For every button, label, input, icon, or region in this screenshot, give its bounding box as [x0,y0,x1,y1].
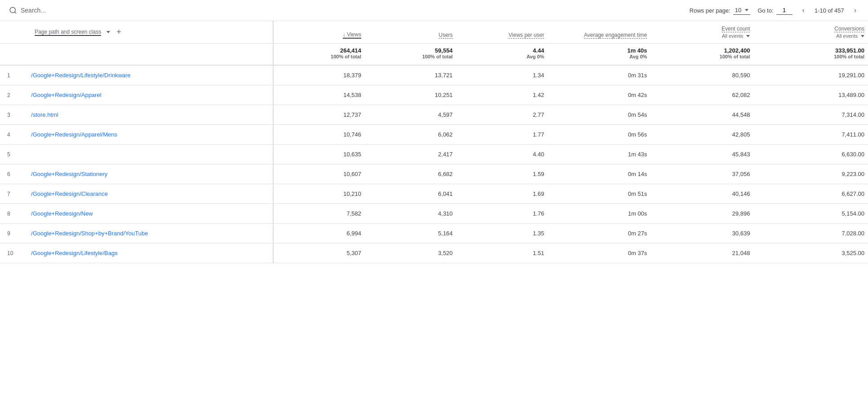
page-link[interactable]: /Google+Redesign/Shop+by+Brand/YouTube [31,230,148,237]
goto-input[interactable] [776,6,793,15]
search-placeholder[interactable]: Search... [21,7,46,14]
row-vpu: 2.77 [456,105,548,125]
avg-engagement-time-column-label: Average engagement time [584,32,647,39]
goto-area: Go to: [757,6,792,15]
rows-per-page-dropdown-arrow [745,9,748,11]
row-page[interactable]: /store.html [27,105,273,125]
table-row: 8 /Google+Redesign/New 7,582 4,310 1.76 … [0,204,868,224]
table-row: 10 /Google+Redesign/Lifestyle/Bags 5,307… [0,243,868,263]
event-count-dropdown-arrow [746,35,750,37]
row-page[interactable]: /Google+Redesign/Apparel/Mens [27,125,273,145]
row-num: 10 [0,243,27,263]
col-users-header[interactable]: Users [365,21,456,44]
row-views: 5,307 [273,243,365,263]
row-aet: 1m 43s [548,145,651,164]
row-users: 6,041 [365,184,456,204]
row-users: 4,597 [365,105,456,125]
row-conv: 7,411.00 [753,125,868,145]
row-ec: 45,843 [651,145,753,164]
total-views-sub: 100% of total [277,54,361,59]
row-conv: 9,223.00 [753,164,868,184]
row-ec: 21,048 [651,243,753,263]
row-vpu: 1.35 [456,224,548,243]
page-link[interactable]: /Google+Redesign/Lifestyle/Drinkware [31,72,130,79]
row-conv: 13,489.00 [753,85,868,105]
page-link[interactable]: /Google+Redesign/Stationery [31,171,107,177]
total-aet-value: 1m 40s [551,47,647,54]
page-link[interactable]: /Google+Redesign/Lifestyle/Bags [31,250,118,256]
page-link[interactable]: /Google+Redesign/Apparel/Mens [31,131,117,138]
row-users: 5,164 [365,224,456,243]
row-page[interactable] [27,145,273,164]
table-body: 1 /Google+Redesign/Lifestyle/Drinkware 1… [0,65,868,263]
row-conv: 6,630.00 [753,145,868,164]
top-bar: Search... Rows per page: 10 Go to: ‹ 1-1… [0,0,868,21]
row-vpu: 1.77 [456,125,548,145]
row-aet: 0m 42s [548,85,651,105]
col-views-header[interactable]: ↓ Views [273,21,365,44]
page-path-dropdown-arrow [106,31,110,33]
row-page[interactable]: /Google+Redesign/Stationery [27,164,273,184]
row-vpu: 1.69 [456,184,548,204]
row-page[interactable]: /Google+Redesign/Clearance [27,184,273,204]
page-link[interactable]: /Google+Redesign/Clearance [31,190,108,197]
row-num: 1 [0,65,27,85]
row-page[interactable]: /Google+Redesign/Lifestyle/Bags [27,243,273,263]
goto-label: Go to: [757,7,773,14]
row-num: 9 [0,224,27,243]
conversions-dropdown-arrow [861,35,864,37]
row-users: 2,417 [365,145,456,164]
row-aet: 0m 27s [548,224,651,243]
row-vpu: 1.51 [456,243,548,263]
col-aet-header[interactable]: Average engagement time [548,21,651,44]
row-users: 13,721 [365,65,456,85]
rows-per-page-label: Rows per page: [690,7,731,14]
page-info: 1-10 of 457 [815,7,844,14]
row-users: 6,682 [365,164,456,184]
totals-ec-cell: 1,202,400 100% of total [651,44,753,66]
add-dimension-button[interactable]: + [114,26,124,38]
row-aet: 1m 00s [548,204,651,224]
row-vpu: 1.34 [456,65,548,85]
row-page[interactable]: /Google+Redesign/Lifestyle/Drinkware [27,65,273,85]
row-aet: 0m 51s [548,184,651,204]
row-conv: 7,028.00 [753,224,868,243]
analytics-table: Page path and screen class + ↓ Views Use… [0,21,868,263]
page-link[interactable]: /store.html [31,111,58,118]
total-ec-sub: 100% of total [654,54,750,59]
row-num: 8 [0,204,27,224]
prev-page-button[interactable]: ‹ [800,4,807,16]
table-row: 4 /Google+Redesign/Apparel/Mens 10,746 6… [0,125,868,145]
page-link[interactable]: /Google+Redesign/Apparel [31,92,101,98]
total-ec-value: 1,202,400 [654,47,750,54]
row-aet: 0m 54s [548,105,651,125]
conversions-sub-label: All events [836,33,858,39]
table-row: 7 /Google+Redesign/Clearance 10,210 6,04… [0,184,868,204]
row-views: 10,635 [273,145,365,164]
rows-per-page-select[interactable]: 10 [733,6,750,15]
col-vpu-header[interactable]: Views per user [456,21,548,44]
next-page-button[interactable]: › [851,4,859,16]
row-ec: 80,590 [651,65,753,85]
row-page[interactable]: /Google+Redesign/Shop+by+Brand/YouTube [27,224,273,243]
conversions-column-label: Conversions [834,26,864,32]
row-views: 10,746 [273,125,365,145]
row-ec: 30,639 [651,224,753,243]
table-row: 9 /Google+Redesign/Shop+by+Brand/YouTube… [0,224,868,243]
row-vpu: 1.42 [456,85,548,105]
row-page[interactable]: /Google+Redesign/Apparel [27,85,273,105]
row-page[interactable]: /Google+Redesign/New [27,204,273,224]
row-conv: 19,291.00 [753,65,868,85]
rows-per-page-control: Rows per page: 10 [690,6,751,15]
col-ec-header[interactable]: Event count All events [651,21,753,44]
total-vpu-value: 4.44 [460,47,545,54]
totals-page-cell [27,44,273,66]
col-conv-header[interactable]: Conversions All events [753,21,868,44]
page-link[interactable]: /Google+Redesign/New [31,210,93,217]
totals-aet-cell: 1m 40s Avg 0% [548,44,651,66]
row-conv: 7,314.00 [753,105,868,125]
total-views-value: 264,414 [277,47,361,54]
row-views: 10,607 [273,164,365,184]
column-header-row: Page path and screen class + ↓ Views Use… [0,21,868,44]
row-vpu: 1.76 [456,204,548,224]
